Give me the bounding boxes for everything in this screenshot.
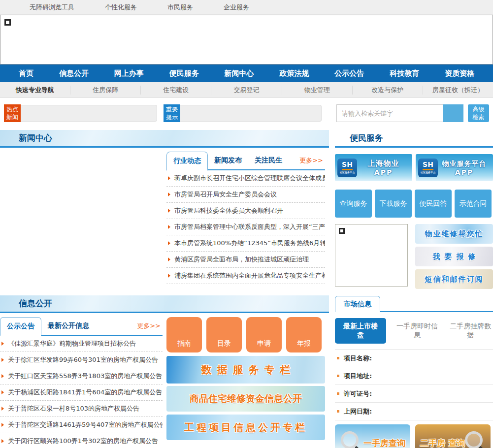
- news-list-item[interactable]: 本市房管系统100%办结“12345”市民服务热线6月转派…: [166, 235, 325, 252]
- secondhand-home-query-banner[interactable]: 二手房 查询: [415, 424, 491, 448]
- image-placeholder-box: [335, 224, 408, 287]
- quick-nav-transaction-registration[interactable]: 交易登记: [211, 86, 281, 95]
- news-list-item[interactable]: 蒋卓庆副市长召开住宅小区综合管理联席会议全体成员…: [166, 170, 325, 187]
- sh-logo: SH 社区服务平台: [418, 159, 438, 177]
- nav-item-qualifications[interactable]: 资质资格: [445, 69, 474, 78]
- quick-nav-renovation-protection[interactable]: 改造与保护: [352, 86, 423, 95]
- announcement-list: 《佳源汇景华庭》前期物业管理项目招标公告 关于徐汇区华发路99弄60号301室的…: [0, 336, 163, 448]
- announcement-more-link[interactable]: 更多>>: [137, 321, 163, 330]
- tab-public-announcements[interactable]: 公示公告: [0, 317, 41, 336]
- nav-item-policies[interactable]: 政策法规: [279, 69, 309, 78]
- tab-livelihood[interactable]: 关注民生: [248, 152, 289, 169]
- left-column: 新闻中心 行业动态 新闻发布 关注民生 更多>> 蒋卓庆副市长召开住宅小区综合管…: [0, 130, 329, 448]
- bullet-arrow-icon: [168, 257, 170, 261]
- square-bullet-icon: [337, 410, 339, 413]
- notice-row: 热点新闻 重要提示 高级检索: [0, 98, 493, 127]
- nav-item-online-services[interactable]: 网上办事: [114, 69, 144, 78]
- content-columns: 新闻中心 行业动态 新闻发布 关注民生 更多>> 蒋卓庆副市长召开住宅小区综合管…: [0, 127, 493, 448]
- bullet-arrow-icon: [168, 176, 170, 180]
- convenient-answers-button[interactable]: 便民回答: [415, 190, 452, 218]
- shanghai-property-app-banner[interactable]: SH 社区服务平台 上海物业 APP: [335, 154, 412, 181]
- apply-button[interactable]: 申请: [246, 317, 282, 352]
- quick-nav-residential-construction[interactable]: 住宅建设: [140, 86, 211, 95]
- repair-help-banner[interactable]: 物业维修帮您忙: [415, 224, 493, 244]
- news-center-title: 新闻中心: [19, 132, 52, 144]
- announcement-list-item[interactable]: 关于虹口区天宝路558弄3号1803室的房地产权属公告: [0, 368, 163, 384]
- announcement-list-item[interactable]: 关于普陀区石泉一村8号103的房地产权属公告: [0, 401, 163, 417]
- important-notice-badge: 重要提示: [164, 104, 180, 122]
- quick-nav-housing-security[interactable]: 住房保障: [70, 86, 140, 95]
- market-subtab-row: 最新上市楼盘 一手房即时信息 二手房挂牌数据: [335, 318, 493, 350]
- news-list-item[interactable]: 浦房集团在系统范围内全面开展危化品专项安全生产检查: [166, 268, 325, 284]
- search-input[interactable]: [336, 104, 443, 122]
- bullet-arrow-icon: [168, 274, 170, 278]
- tab-latest-disclosure[interactable]: 最新公开信息: [41, 317, 96, 335]
- nav-item-science-education[interactable]: 科技教育: [390, 69, 419, 78]
- bullet-arrow-icon: [168, 241, 170, 245]
- announcement-list-item[interactable]: 《佳源汇景华庭》前期物业管理项目招标公告: [0, 336, 163, 352]
- main-nav: 首页 信息公开 网上办事 便民服务 新闻中心 政策法规 公示公告 科技教育 资质…: [0, 64, 493, 82]
- project-info-banner[interactable]: 工程项目信息公开专栏: [166, 415, 325, 440]
- nav-item-announcements[interactable]: 公示公告: [334, 69, 364, 78]
- info-disclosure-band: 信息公开: [0, 295, 329, 313]
- topbar-link-enterprise[interactable]: 企业服务: [224, 3, 249, 12]
- convenience-title: 便民服务: [350, 132, 383, 144]
- field-license-number: 许可证号:: [335, 385, 493, 403]
- topbar-link-personalized[interactable]: 个性化服务: [105, 3, 137, 12]
- subtab-secondhand-listings[interactable]: 二手房挂牌数据: [448, 322, 493, 340]
- tab-news-release[interactable]: 新闻发布: [208, 152, 248, 169]
- tab-market-info[interactable]: 市场信息: [335, 296, 380, 312]
- catalog-button[interactable]: 目录: [206, 317, 242, 352]
- tab-industry-trends[interactable]: 行业动态: [166, 152, 208, 171]
- annual-report-button[interactable]: 年报: [286, 317, 322, 352]
- quick-nav-house-expropriation[interactable]: 房屋征收（拆迁）: [423, 86, 493, 95]
- advanced-search-button[interactable]: 高级检索: [468, 104, 489, 122]
- nav-item-convenience[interactable]: 便民服务: [169, 69, 199, 78]
- data-service-banner[interactable]: 数据服务专栏: [166, 356, 325, 384]
- news-tab-bar: 行业动态 新闻发布 关注民生 更多>>: [166, 152, 325, 170]
- mini-banner-column: 物业维修帮您忙 我要报修 短信和邮件订阅: [415, 224, 493, 289]
- maintenance-fund-banner[interactable]: 商品住宅维修资金信息公开: [166, 386, 325, 412]
- announcement-list-item[interactable]: 关于杨浦区长阳路1841弄1号604室的房地产权属公告: [0, 384, 163, 401]
- request-repair-banner[interactable]: 我要报修: [415, 247, 493, 266]
- query-service-button[interactable]: 查询服务: [335, 190, 372, 218]
- property-service-platform-app-banner[interactable]: SH 社区服务平台 物业服务平台 APP: [416, 154, 493, 181]
- news-more-link[interactable]: 更多>>: [299, 156, 325, 165]
- bullet-arrow-icon: [1, 374, 4, 378]
- bullet-arrow-icon: [1, 358, 4, 362]
- topbar-link-citizen[interactable]: 市民服务: [167, 3, 193, 12]
- announcement-list-item[interactable]: 关于闵行区颛兴路100弄1号302室的房地产权属公告: [0, 433, 163, 448]
- app-banner-text: 上海物业 APP: [357, 159, 410, 176]
- nav-item-news-center[interactable]: 新闻中心: [225, 69, 254, 78]
- square-bullet-icon: [337, 375, 339, 377]
- guide-button[interactable]: 指南: [166, 317, 202, 352]
- news-list-item[interactable]: 市房管局召开局安全生产委员会会议: [166, 187, 325, 203]
- new-home-query-banner[interactable]: 一手房查询: [335, 424, 410, 448]
- news-list-item[interactable]: 黄浦区房管局全面布局，加快推进城区顽症治理: [166, 252, 325, 268]
- topbar-link-accessibility[interactable]: 无障碍浏览工具: [30, 3, 74, 12]
- magnifier-icon: [465, 431, 483, 448]
- nav-item-info-disclosure[interactable]: 信息公开: [59, 69, 89, 78]
- sms-email-subscribe-banner[interactable]: 短信和邮件订阅: [415, 269, 493, 289]
- hot-news-badge: 热点新闻: [4, 104, 21, 122]
- bullet-arrow-icon: [1, 342, 4, 346]
- announcement-panel: 公示公告 最新公开信息 更多>> 《佳源汇景华庭》前期物业管理项目招标公告 关于…: [0, 317, 163, 448]
- search-go-button[interactable]: [443, 104, 463, 122]
- market-fields: 项目名称: 项目地址: 许可证号: 上网日期:: [335, 350, 493, 420]
- announcement-list-item[interactable]: 关于普陀区交通路1461弄59号407室的房地产权属公告: [0, 417, 163, 433]
- news-panel: 行业动态 新闻发布 关注民生 更多>> 蒋卓庆副市长召开住宅小区综合管理联席会议…: [166, 152, 325, 289]
- announcement-list-item[interactable]: 关于徐汇区华发路99弄60号301室的房地产权属公告: [0, 352, 163, 368]
- news-list: 蒋卓庆副市长召开住宅小区综合管理联席会议全体成员… 市房管局召开局安全生产委员会…: [166, 170, 325, 284]
- news-list-item[interactable]: 市房管局档案管理中心联系反面典型，深入开展“三严…: [166, 219, 325, 235]
- subtab-newest-listings[interactable]: 最新上市楼盘: [335, 318, 386, 344]
- bullet-arrow-icon: [168, 225, 170, 229]
- info-disclosure-title: 信息公开: [19, 298, 52, 309]
- news-list-item[interactable]: 市房管局科技委全体委员大会顺利召开: [166, 203, 325, 219]
- download-service-button[interactable]: 下载服务: [375, 190, 412, 218]
- nav-item-home[interactable]: 首页: [19, 69, 33, 78]
- field-online-date: 上网日期:: [335, 403, 493, 420]
- subtab-new-home-realtime[interactable]: 一手房即时信息: [394, 322, 439, 340]
- disclosure-buttons-row: 指南 目录 申请 年报: [166, 317, 325, 352]
- quick-nav-property-management[interactable]: 物业管理: [282, 86, 352, 95]
- model-contract-button[interactable]: 示范合同: [455, 190, 492, 218]
